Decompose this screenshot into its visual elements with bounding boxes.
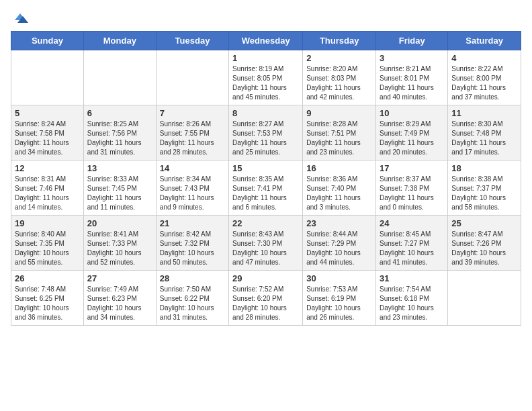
calendar-week-3: 12Sunrise: 8:31 AMSunset: 7:46 PMDayligh… bbox=[11, 161, 521, 216]
weekday-header-wednesday: Wednesday bbox=[229, 32, 303, 50]
calendar-cell: 31Sunrise: 7:54 AMSunset: 6:18 PMDayligh… bbox=[376, 271, 448, 326]
day-info: Sunrise: 8:41 AMSunset: 7:33 PMDaylight:… bbox=[87, 230, 152, 267]
day-number: 1 bbox=[232, 53, 299, 63]
day-info: Sunrise: 8:26 AMSunset: 7:55 PMDaylight:… bbox=[160, 120, 225, 157]
day-number: 26 bbox=[15, 273, 80, 283]
calendar: SundayMondayTuesdayWednesdayThursdayFrid… bbox=[11, 31, 521, 326]
calendar-cell: 1Sunrise: 8:19 AMSunset: 8:05 PMDaylight… bbox=[229, 50, 303, 105]
calendar-cell: 21Sunrise: 8:42 AMSunset: 7:32 PMDayligh… bbox=[156, 216, 228, 271]
day-number: 5 bbox=[15, 108, 80, 118]
calendar-cell: 29Sunrise: 7:52 AMSunset: 6:20 PMDayligh… bbox=[229, 271, 303, 326]
day-info: Sunrise: 8:25 AMSunset: 7:56 PMDaylight:… bbox=[87, 120, 152, 157]
day-info: Sunrise: 8:19 AMSunset: 8:05 PMDaylight:… bbox=[232, 64, 299, 102]
day-info: Sunrise: 8:36 AMSunset: 7:40 PMDaylight:… bbox=[306, 175, 372, 212]
day-number: 12 bbox=[15, 163, 80, 173]
calendar-cell: 25Sunrise: 8:47 AMSunset: 7:26 PMDayligh… bbox=[448, 216, 521, 271]
day-info: Sunrise: 8:31 AMSunset: 7:46 PMDaylight:… bbox=[15, 175, 80, 212]
day-info: Sunrise: 7:48 AMSunset: 6:25 PMDaylight:… bbox=[15, 285, 80, 322]
calendar-cell: 8Sunrise: 8:27 AMSunset: 7:53 PMDaylight… bbox=[229, 105, 303, 161]
day-number: 14 bbox=[160, 163, 225, 173]
day-info: Sunrise: 8:38 AMSunset: 7:37 PMDaylight:… bbox=[451, 175, 517, 212]
day-number: 10 bbox=[380, 108, 444, 118]
day-info: Sunrise: 8:33 AMSunset: 7:45 PMDaylight:… bbox=[87, 175, 152, 212]
weekday-header-sunday: Sunday bbox=[11, 32, 84, 50]
day-number: 13 bbox=[87, 163, 152, 173]
day-info: Sunrise: 8:21 AMSunset: 8:01 PMDaylight:… bbox=[380, 64, 444, 102]
calendar-cell bbox=[156, 50, 228, 105]
day-info: Sunrise: 8:28 AMSunset: 7:51 PMDaylight:… bbox=[306, 120, 372, 157]
day-info: Sunrise: 8:44 AMSunset: 7:29 PMDaylight:… bbox=[306, 230, 372, 267]
calendar-cell: 17Sunrise: 8:37 AMSunset: 7:38 PMDayligh… bbox=[376, 161, 448, 216]
day-info: Sunrise: 8:40 AMSunset: 7:35 PMDaylight:… bbox=[15, 230, 80, 267]
weekday-header-monday: Monday bbox=[83, 32, 156, 50]
weekday-header-thursday: Thursday bbox=[303, 32, 376, 50]
logo bbox=[11, 11, 32, 26]
day-number: 28 bbox=[160, 273, 225, 283]
calendar-week-2: 5Sunrise: 8:24 AMSunset: 7:58 PMDaylight… bbox=[11, 105, 521, 161]
day-number: 22 bbox=[232, 218, 299, 228]
calendar-cell: 30Sunrise: 7:53 AMSunset: 6:19 PMDayligh… bbox=[303, 271, 376, 326]
calendar-cell: 3Sunrise: 8:21 AMSunset: 8:01 PMDaylight… bbox=[376, 50, 448, 105]
day-info: Sunrise: 7:50 AMSunset: 6:22 PMDaylight:… bbox=[160, 285, 225, 322]
calendar-week-1: 1Sunrise: 8:19 AMSunset: 8:05 PMDaylight… bbox=[11, 50, 521, 105]
weekday-header-saturday: Saturday bbox=[448, 32, 521, 50]
weekday-header-tuesday: Tuesday bbox=[156, 32, 228, 50]
day-number: 20 bbox=[87, 218, 152, 228]
day-number: 18 bbox=[451, 163, 517, 173]
calendar-cell: 11Sunrise: 8:30 AMSunset: 7:48 PMDayligh… bbox=[448, 105, 521, 161]
day-number: 30 bbox=[306, 273, 372, 283]
day-info: Sunrise: 8:30 AMSunset: 7:48 PMDaylight:… bbox=[451, 120, 517, 157]
calendar-cell: 20Sunrise: 8:41 AMSunset: 7:33 PMDayligh… bbox=[83, 216, 156, 271]
header bbox=[11, 11, 521, 26]
calendar-cell: 7Sunrise: 8:26 AMSunset: 7:55 PMDaylight… bbox=[156, 105, 228, 161]
day-info: Sunrise: 8:20 AMSunset: 8:03 PMDaylight:… bbox=[306, 64, 372, 102]
calendar-cell: 19Sunrise: 8:40 AMSunset: 7:35 PMDayligh… bbox=[11, 216, 84, 271]
day-info: Sunrise: 7:53 AMSunset: 6:19 PMDaylight:… bbox=[306, 285, 372, 322]
day-number: 21 bbox=[160, 218, 225, 228]
day-number: 11 bbox=[451, 108, 517, 118]
day-info: Sunrise: 8:43 AMSunset: 7:30 PMDaylight:… bbox=[232, 230, 299, 267]
day-info: Sunrise: 8:45 AMSunset: 7:27 PMDaylight:… bbox=[380, 230, 444, 267]
day-info: Sunrise: 8:47 AMSunset: 7:26 PMDaylight:… bbox=[451, 230, 517, 267]
calendar-cell: 13Sunrise: 8:33 AMSunset: 7:45 PMDayligh… bbox=[83, 161, 156, 216]
calendar-cell: 27Sunrise: 7:49 AMSunset: 6:23 PMDayligh… bbox=[83, 271, 156, 326]
calendar-cell: 9Sunrise: 8:28 AMSunset: 7:51 PMDaylight… bbox=[303, 105, 376, 161]
day-info: Sunrise: 8:35 AMSunset: 7:41 PMDaylight:… bbox=[232, 175, 299, 212]
day-info: Sunrise: 8:27 AMSunset: 7:53 PMDaylight:… bbox=[232, 120, 299, 157]
day-number: 2 bbox=[306, 53, 372, 63]
day-number: 6 bbox=[87, 108, 152, 118]
day-number: 4 bbox=[451, 53, 517, 63]
day-number: 16 bbox=[306, 163, 372, 173]
day-number: 27 bbox=[87, 273, 152, 283]
day-number: 7 bbox=[160, 108, 225, 118]
weekday-header-row: SundayMondayTuesdayWednesdayThursdayFrid… bbox=[11, 32, 521, 50]
calendar-cell: 10Sunrise: 8:29 AMSunset: 7:49 PMDayligh… bbox=[376, 105, 448, 161]
day-info: Sunrise: 8:34 AMSunset: 7:43 PMDaylight:… bbox=[160, 175, 225, 212]
calendar-week-4: 19Sunrise: 8:40 AMSunset: 7:35 PMDayligh… bbox=[11, 216, 521, 271]
day-info: Sunrise: 7:54 AMSunset: 6:18 PMDaylight:… bbox=[380, 285, 444, 322]
day-number: 15 bbox=[232, 163, 299, 173]
calendar-cell: 2Sunrise: 8:20 AMSunset: 8:03 PMDaylight… bbox=[303, 50, 376, 105]
calendar-cell: 18Sunrise: 8:38 AMSunset: 7:37 PMDayligh… bbox=[448, 161, 521, 216]
calendar-cell: 6Sunrise: 8:25 AMSunset: 7:56 PMDaylight… bbox=[83, 105, 156, 161]
day-number: 25 bbox=[451, 218, 517, 228]
calendar-cell: 28Sunrise: 7:50 AMSunset: 6:22 PMDayligh… bbox=[156, 271, 228, 326]
day-number: 31 bbox=[380, 273, 444, 283]
calendar-cell: 23Sunrise: 8:44 AMSunset: 7:29 PMDayligh… bbox=[303, 216, 376, 271]
day-info: Sunrise: 7:49 AMSunset: 6:23 PMDaylight:… bbox=[87, 285, 152, 322]
day-number: 3 bbox=[380, 53, 444, 63]
day-info: Sunrise: 8:37 AMSunset: 7:38 PMDaylight:… bbox=[380, 175, 444, 212]
calendar-cell: 4Sunrise: 8:22 AMSunset: 8:00 PMDaylight… bbox=[448, 50, 521, 105]
day-info: Sunrise: 8:24 AMSunset: 7:58 PMDaylight:… bbox=[15, 120, 80, 157]
day-info: Sunrise: 8:22 AMSunset: 8:00 PMDaylight:… bbox=[451, 64, 517, 102]
calendar-cell bbox=[448, 271, 521, 326]
weekday-header-friday: Friday bbox=[376, 32, 448, 50]
calendar-cell: 14Sunrise: 8:34 AMSunset: 7:43 PMDayligh… bbox=[156, 161, 228, 216]
day-number: 9 bbox=[306, 108, 372, 118]
calendar-cell: 16Sunrise: 8:36 AMSunset: 7:40 PMDayligh… bbox=[303, 161, 376, 216]
day-number: 24 bbox=[380, 218, 444, 228]
day-info: Sunrise: 8:42 AMSunset: 7:32 PMDaylight:… bbox=[160, 230, 225, 267]
calendar-cell: 24Sunrise: 8:45 AMSunset: 7:27 PMDayligh… bbox=[376, 216, 448, 271]
day-number: 8 bbox=[232, 108, 299, 118]
day-number: 19 bbox=[15, 218, 80, 228]
